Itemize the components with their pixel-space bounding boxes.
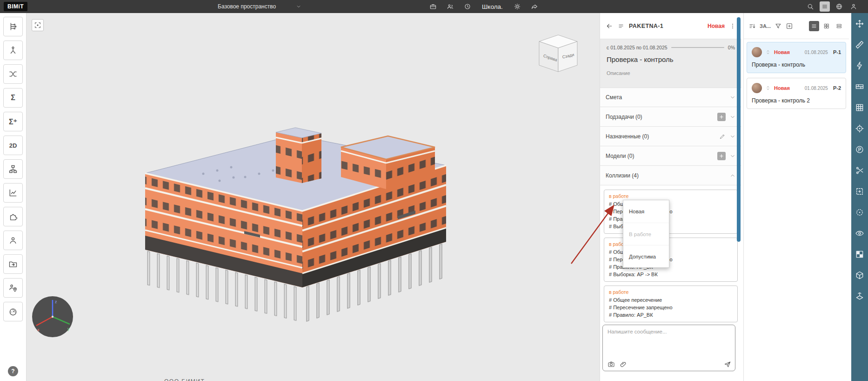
focus-selection-button[interactable] [32, 19, 44, 31]
3d-viewport[interactable]: Справа Сзади z x y ООО БИМИТ [27, 13, 600, 381]
chevron-up-icon[interactable] [729, 172, 736, 179]
team-icon[interactable] [445, 1, 455, 12]
selection-box-icon[interactable] [855, 187, 864, 196]
collision-line: # Правило: АР_ВК [609, 311, 733, 319]
view-switcher [809, 21, 844, 31]
person-pin-icon[interactable] [3, 278, 23, 298]
topbar: BIMiT Базовое пространство Школа. [0, 0, 868, 13]
wall-layers-icon[interactable] [855, 82, 864, 91]
clash-lines-icon[interactable] [3, 64, 23, 84]
view-grid-button[interactable] [821, 21, 832, 31]
view-list-button[interactable] [809, 21, 819, 31]
globe-icon[interactable] [834, 1, 844, 12]
chevron-down-icon[interactable] [729, 114, 736, 120]
parking-icon[interactable] [855, 145, 864, 154]
grid-icon[interactable] [855, 103, 864, 112]
building-model[interactable] [27, 13, 600, 381]
sum-add-icon[interactable]: Σ⁺ [3, 112, 23, 131]
gauge-icon[interactable] [3, 302, 23, 321]
view-board-button[interactable] [834, 21, 844, 31]
folder-share-icon[interactable] [3, 254, 23, 274]
search-icon[interactable] [805, 1, 815, 12]
sort-icon[interactable] [748, 22, 756, 30]
more-menu-icon[interactable] [729, 23, 736, 29]
message-input[interactable] [608, 329, 730, 356]
section-models[interactable]: Модели (0) [600, 146, 741, 166]
add-subtask-button[interactable] [717, 113, 726, 121]
tasks-panel-header: ЗА... [744, 13, 849, 39]
task-cards: Новая 01.08.2025 Р-1 Проверка - контроль… [744, 39, 849, 116]
node-select-icon[interactable] [3, 41, 23, 60]
task-status-badge[interactable]: Новая [708, 23, 725, 29]
collision-line: # Пересечение запрещено [609, 304, 733, 311]
lightning-icon[interactable] [855, 61, 864, 70]
history-icon[interactable] [462, 1, 473, 12]
model-tree-icon[interactable] [3, 17, 23, 36]
dotted-circle-icon[interactable] [855, 208, 864, 217]
settings-gear-icon[interactable] [512, 1, 522, 12]
mask-icon[interactable] [855, 250, 864, 259]
view-cube[interactable]: Справа Сзади [536, 33, 581, 77]
description-label: Описание [607, 70, 735, 76]
pencil-icon[interactable] [719, 133, 726, 140]
task-title: Проверка - контроль [607, 55, 735, 63]
add-model-button[interactable] [717, 152, 726, 160]
left-toolbar: Σ Σ⁺ 2D ? [0, 13, 27, 381]
workspace-selector[interactable]: Базовое пространство [218, 0, 276, 13]
send-icon[interactable] [724, 361, 731, 368]
task-list-icon[interactable] [618, 23, 624, 29]
share-icon[interactable] [529, 1, 540, 12]
axis-z-label: z [55, 299, 57, 304]
profile-icon[interactable] [848, 1, 859, 12]
help-button[interactable]: ? [8, 366, 18, 376]
axis-gizmo[interactable]: z x y [30, 294, 77, 341]
task-date-range: с 01.08.2025 по 01.08.2025 [607, 45, 668, 50]
section-estimate[interactable]: Смета [600, 88, 741, 107]
panel-scrollbar[interactable] [737, 17, 741, 242]
task-card[interactable]: Новая 01.08.2025 Р-2 Проверка - контроль… [747, 78, 846, 109]
building-stair-tower [276, 128, 321, 183]
card-id: Р-2 [833, 85, 841, 91]
chevron-down-icon[interactable] [729, 94, 736, 101]
collision-status[interactable]: в работе [609, 193, 733, 199]
person-icon[interactable] [3, 231, 23, 250]
2d-view-icon[interactable]: 2D [3, 136, 23, 155]
target-icon[interactable] [855, 124, 864, 133]
axis-x-label: x [37, 327, 40, 332]
add-task-icon[interactable] [786, 22, 793, 30]
section-assignees[interactable]: Назначенные (0) [600, 127, 741, 146]
hierarchy-icon[interactable] [3, 159, 23, 179]
eye-icon[interactable] [855, 229, 864, 238]
collision-card[interactable]: в работе # Общее пересечение # Пересечен… [604, 286, 738, 322]
task-card[interactable]: Новая 01.08.2025 Р-1 Проверка - контроль [747, 42, 846, 73]
chart-icon[interactable] [3, 183, 23, 203]
avatar [752, 47, 762, 57]
move-axes-icon[interactable] [855, 19, 864, 28]
section-cut-icon[interactable] [855, 166, 864, 175]
section-collisions[interactable]: Коллизии (4) [600, 166, 741, 185]
ruler-icon[interactable] [855, 40, 864, 49]
plugin-icon[interactable] [3, 207, 23, 226]
filter-icon[interactable] [775, 22, 782, 30]
dropdown-item-new[interactable]: Новая [623, 200, 669, 223]
apps-menu-icon[interactable] [820, 1, 830, 12]
section-subtasks[interactable]: Подзадачи (0) [600, 107, 741, 127]
briefcase-icon[interactable] [428, 1, 438, 12]
chevron-down-icon[interactable] [729, 133, 736, 140]
avatar [752, 83, 762, 93]
progress-bar [671, 47, 724, 48]
back-icon[interactable] [606, 22, 613, 30]
card-title: Проверка - контроль 2 [752, 97, 841, 104]
collision-status[interactable]: в работе [609, 289, 733, 295]
sum-add-glyph: Σ⁺ [9, 117, 17, 126]
camera-icon[interactable] [608, 361, 615, 368]
cube-icon[interactable] [855, 271, 864, 280]
task-summary: с 01.08.2025 по 01.08.2025 0% Проверка -… [600, 39, 741, 88]
sum-icon[interactable]: Σ [3, 88, 23, 108]
app-logo[interactable]: BIMiT [4, 2, 27, 11]
dropdown-item-allowed[interactable]: Допустима [623, 245, 669, 267]
clip-plane-icon[interactable] [855, 292, 864, 301]
attachment-icon[interactable] [620, 361, 627, 368]
workspace-chevron-down-icon[interactable] [296, 0, 301, 13]
chevron-down-icon[interactable] [729, 153, 736, 159]
